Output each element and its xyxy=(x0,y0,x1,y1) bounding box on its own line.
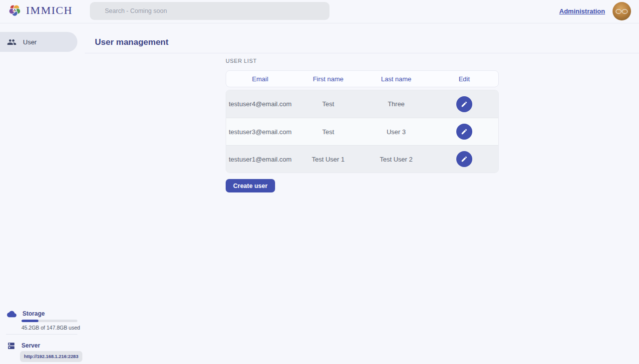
page-title: User management xyxy=(95,37,168,47)
create-user-button[interactable]: Create user xyxy=(226,179,275,192)
pencil-icon xyxy=(461,156,468,163)
cell-last-name: Test User 2 xyxy=(362,156,430,163)
column-header-email: Email xyxy=(226,75,294,83)
cell-first-name: Test xyxy=(294,128,362,136)
administration-link[interactable]: Administration xyxy=(559,7,605,15)
storage-section: Storage 45.2GB of 147.8GB used xyxy=(0,310,85,331)
sidebar-status-panel: Storage 45.2GB of 147.8GB used Server ht… xyxy=(0,310,85,364)
server-title: Server xyxy=(21,342,40,349)
cell-first-name: Test xyxy=(294,100,362,108)
server-section: Server http://192.168.1.216:2283 Status … xyxy=(0,342,85,364)
column-header-edit: Edit xyxy=(430,75,498,83)
cell-last-name: Three xyxy=(362,100,430,108)
storage-title: Storage xyxy=(22,310,45,317)
table-row: testuser1@email.com Test User 1 Test Use… xyxy=(226,145,498,173)
immich-logo-icon xyxy=(8,3,21,17)
sidebar-item-user-label: User xyxy=(23,38,36,46)
server-rack-icon xyxy=(7,342,15,350)
column-header-last-name: Last name xyxy=(362,75,430,83)
title-divider xyxy=(85,53,639,53)
brand: IMMICH xyxy=(8,3,72,17)
cell-first-name: Test User 1 xyxy=(294,156,362,163)
cloud-icon xyxy=(7,310,16,318)
edit-user-button[interactable] xyxy=(456,124,472,140)
sidebar-divider xyxy=(6,334,77,335)
sidebar: User Storage 45.2GB of 147.8GB used S xyxy=(0,23,85,364)
user-list-section: USER LIST Email First name Last name Edi… xyxy=(226,58,499,192)
pencil-icon xyxy=(461,128,468,135)
cell-email: testuser4@email.com xyxy=(226,100,294,108)
column-header-first-name: First name xyxy=(294,75,362,83)
table-header-row: Email First name Last name Edit xyxy=(226,70,499,87)
glasses-icon xyxy=(615,8,629,14)
user-list-label: USER LIST xyxy=(226,58,499,64)
cell-email: testuser1@email.com xyxy=(226,156,294,163)
brand-name: IMMICH xyxy=(26,4,72,17)
edit-user-button[interactable] xyxy=(456,96,472,112)
cell-email: testuser3@email.com xyxy=(226,128,294,136)
user-avatar[interactable] xyxy=(613,2,631,20)
table-row: testuser3@email.com Test User 3 xyxy=(226,118,498,145)
pencil-icon xyxy=(461,101,468,108)
storage-progress-bar xyxy=(21,320,77,322)
table-row: testuser4@email.com Test Three xyxy=(226,90,498,118)
users-icon xyxy=(7,37,16,47)
storage-progress-fill xyxy=(21,320,38,322)
sidebar-item-user[interactable]: User xyxy=(0,32,77,52)
search-bar[interactable] xyxy=(90,2,329,20)
user-table: testuser4@email.com Test Three testuser3… xyxy=(226,90,499,173)
search-input[interactable] xyxy=(90,2,329,20)
server-url-chip: http://192.168.1.216:2283 xyxy=(20,351,82,362)
app-header: IMMICH Administration xyxy=(0,0,639,23)
edit-user-button[interactable] xyxy=(456,151,472,167)
cell-last-name: User 3 xyxy=(362,128,430,136)
storage-usage-text: 45.2GB of 147.8GB used xyxy=(21,325,85,331)
